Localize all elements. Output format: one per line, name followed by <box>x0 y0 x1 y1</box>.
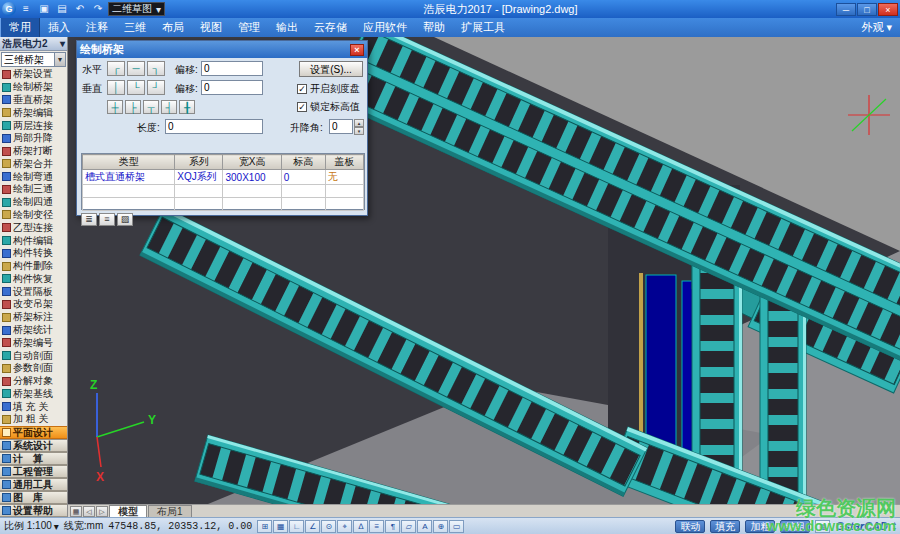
dial-checkbox[interactable]: ✓ 开启刻度盘 <box>297 82 360 96</box>
menu-icon[interactable]: ≡ <box>18 2 34 16</box>
sidebar-item[interactable]: 桥架编号 <box>0 336 67 349</box>
tray-tool-5-button[interactable]: ╂ <box>179 100 195 114</box>
spin-up-icon[interactable]: ▴ <box>354 119 364 127</box>
annotation-icon[interactable]: A <box>417 520 432 533</box>
ortho-icon[interactable]: ∟ <box>289 520 304 533</box>
bold-toggle[interactable]: 加粗 <box>745 520 775 533</box>
sidebar-item[interactable]: 桥架打断 <box>0 145 67 158</box>
otrack-icon[interactable]: ⌖ <box>337 520 352 533</box>
sidebar-item[interactable]: 参数剖面 <box>0 362 67 375</box>
save-icon[interactable]: ▣ <box>36 2 52 16</box>
category-system-design[interactable]: 系统设计 <box>0 439 67 452</box>
dyn-icon[interactable]: ≡ <box>369 520 384 533</box>
fill-toggle[interactable]: 填充 <box>710 520 740 533</box>
arrow-down-icon[interactable]: ▾ <box>893 526 896 532</box>
category-general-tools[interactable]: 通用工具 <box>0 478 67 491</box>
snap-icon[interactable]: ⊞ <box>257 520 272 533</box>
tray-tool-2-button[interactable]: ├ <box>125 100 141 114</box>
minimize-button[interactable]: ─ <box>836 3 856 16</box>
sidebar-item[interactable]: 构件恢复 <box>0 273 67 286</box>
tray-tool-1-button[interactable]: ┼ <box>107 100 123 114</box>
sidebar-item-bold-toggle[interactable]: 加 粗 关 <box>0 413 67 426</box>
sidebar-item[interactable]: 绘制弯通 <box>0 170 67 183</box>
sidebar-item[interactable]: 桥架设置 <box>0 68 67 81</box>
horizontal-mode-2-button[interactable]: ─ <box>127 61 145 76</box>
tab-layout[interactable]: 布局 <box>154 18 192 37</box>
length-input[interactable] <box>165 119 263 134</box>
lock-elevation-checkbox[interactable]: ✓ 锁定标高值 <box>297 100 360 114</box>
sidebar-item[interactable]: 垂直桥架 <box>0 94 67 107</box>
tab-next-icon[interactable]: ▷ <box>96 506 108 517</box>
settings-button[interactable]: 设置(S)... <box>299 61 363 77</box>
col-type[interactable]: 类型 <box>83 155 175 170</box>
tab-prev-icon[interactable]: ◁ <box>83 506 95 517</box>
layout1-tab[interactable]: 布局1 <box>148 505 192 517</box>
undo-icon[interactable]: ↶ <box>72 2 88 16</box>
col-elevation[interactable]: 标高 <box>281 155 325 170</box>
category-plane-design[interactable]: 平面设计 <box>0 426 67 439</box>
sidebar-item[interactable]: 乙型连接 <box>0 221 67 234</box>
spin-down-icon[interactable]: ▾ <box>354 127 364 135</box>
tab-insert[interactable]: 插入 <box>40 18 78 37</box>
statusbar-expand-arrows[interactable]: ▴ ▾ <box>893 520 896 532</box>
dialog-close-icon[interactable]: × <box>350 44 364 56</box>
sidebar-item[interactable]: 桥架标注 <box>0 311 67 324</box>
scale-selector[interactable]: 比例 1:100 ▾ <box>4 519 59 533</box>
tray-tool-3-button[interactable]: ┬ <box>143 100 159 114</box>
vertical-mode-1-button[interactable]: │ <box>107 80 125 95</box>
tab-annotate[interactable]: 注释 <box>78 18 116 37</box>
sidebar-item[interactable]: 构件编辑 <box>0 234 67 247</box>
vertical-mode-3-button[interactable]: ┘ <box>147 80 165 95</box>
sidebar-item[interactable]: 两层连接 <box>0 119 67 132</box>
sidebar-item[interactable]: 桥架基线 <box>0 388 67 401</box>
workspace-switch-icon[interactable]: ⊕ <box>433 520 448 533</box>
tab-view[interactable]: 视图 <box>192 18 230 37</box>
tab-output[interactable]: 输出 <box>268 18 306 37</box>
lift-angle-stepper[interactable]: ▴ ▾ <box>354 119 364 134</box>
tab-3d[interactable]: 三维 <box>116 18 154 37</box>
clean-screen-icon[interactable]: ▭ <box>449 520 464 533</box>
tab-cloud[interactable]: 云存储 <box>306 18 355 37</box>
tab-ext-tools[interactable]: 扩展工具 <box>453 18 513 37</box>
sidebar-item[interactable]: 分解对象 <box>0 375 67 388</box>
tab-home[interactable]: 常用 <box>0 18 40 37</box>
brush-icon[interactable]: ▨ <box>117 213 133 226</box>
tab-manage[interactable]: 管理 <box>230 18 268 37</box>
sidebar-item[interactable]: 绘制桥架 <box>0 81 67 94</box>
sidebar-item[interactable]: 构件删除 <box>0 260 67 273</box>
sidebar-item-fill-toggle[interactable]: 填 充 关 <box>0 400 67 413</box>
sidebar-item[interactable]: 绘制变径 <box>0 209 67 222</box>
lineweight-label[interactable]: 线宽:mm <box>64 519 103 533</box>
palette-icon[interactable]: ▦ <box>815 520 830 533</box>
linkage-toggle[interactable]: 联动 <box>675 520 705 533</box>
table-row[interactable]: 槽式直通桥架 XQJ系列 300X100 0 无 <box>83 170 364 185</box>
workspace-selector[interactable]: 二维草图 ▾ <box>108 2 165 16</box>
model-tab[interactable]: 模型 <box>109 505 147 517</box>
tab-apps[interactable]: 应用软件 <box>355 18 415 37</box>
dialog-titlebar[interactable]: 绘制桥架 × <box>77 41 367 58</box>
lift-angle-input[interactable] <box>329 119 353 134</box>
offset-v-input[interactable] <box>201 80 263 95</box>
category-library[interactable]: 图 库 <box>0 491 67 504</box>
col-cover[interactable]: 盖板 <box>325 155 363 170</box>
appearance-menu[interactable]: 外观 ▾ <box>861 20 900 35</box>
category-settings-help[interactable]: 设置帮助 <box>0 504 67 517</box>
grid-icon[interactable]: ▦ <box>273 520 288 533</box>
osnap-icon[interactable]: ⊙ <box>321 520 336 533</box>
tab-help[interactable]: 帮助 <box>415 18 453 37</box>
category-dropdown[interactable]: 三维桥架 ▾ <box>1 52 66 67</box>
close-button[interactable]: × <box>878 3 898 16</box>
category-calculation[interactable]: 计 算 <box>0 452 67 465</box>
ducs-icon[interactable]: ∆ <box>353 520 368 533</box>
redo-icon[interactable]: ↷ <box>90 2 106 16</box>
vertical-mode-2-button[interactable]: └ <box>127 80 145 95</box>
sidebar-item[interactable]: 局部升降 <box>0 132 67 145</box>
sidebar-item[interactable]: 桥架统计 <box>0 324 67 337</box>
sidebar-item[interactable]: 绘制四通 <box>0 196 67 209</box>
sidebar-item[interactable]: 绘制三通 <box>0 183 67 196</box>
layout-grid-icon[interactable]: ▦ <box>70 506 82 517</box>
sidebar-item[interactable]: 改变吊架 <box>0 298 67 311</box>
print-icon[interactable]: ▤ <box>54 2 70 16</box>
category-project-manage[interactable]: 工程管理 <box>0 465 67 478</box>
offset-h-input[interactable] <box>201 61 263 76</box>
